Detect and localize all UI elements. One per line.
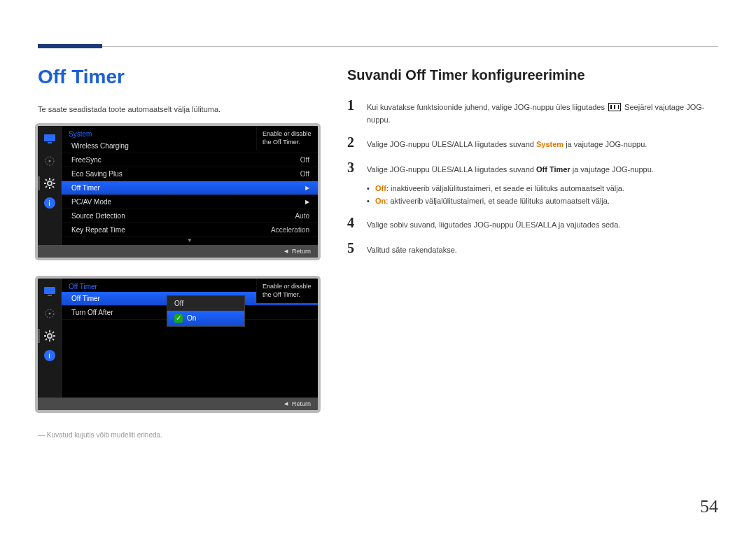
- osd-dropdown-popup: Off✓On: [167, 295, 245, 327]
- osd-sidebar: i: [38, 279, 62, 398]
- target-icon: [42, 305, 57, 322]
- svg-line-9: [46, 179, 47, 181]
- svg-line-25: [46, 339, 47, 340]
- osd-main-panel: System Wireless ChargingOffFreeSyncOffEc…: [62, 126, 318, 245]
- back-triangle-icon: ◀: [284, 248, 288, 254]
- step-4: 4 Valige sobiv suvand, liigutades JOG-nu…: [347, 215, 718, 232]
- svg-line-11: [52, 179, 54, 181]
- step-body: Valige JOG-nuppu ÜLES/ALLA liigutades su…: [367, 139, 718, 151]
- monitor-icon: [42, 130, 57, 147]
- osd-hint: Enable or disable the Off Timer.: [256, 126, 318, 150]
- svg-rect-1: [48, 142, 52, 143]
- header-accent: [38, 44, 102, 48]
- option-bullets: Off: inaktiveerib väljalülitustaimeri, e…: [367, 184, 718, 205]
- step-5: 5 Valitud säte rakendatakse.: [347, 240, 718, 257]
- bullet-text: : aktiveerib väljalülitustaimeri, et sea…: [386, 197, 610, 205]
- osd-menu-row: FreeSyncOff: [62, 153, 318, 167]
- page-title: Off Timer: [38, 66, 318, 88]
- step-number: 1: [347, 97, 358, 113]
- caption-note: Kuvatud kujutis võib mudeliti erineda.: [38, 431, 318, 439]
- osd-row-value: Off: [300, 156, 309, 164]
- step-text-post: ja vajutage JOG-nuppu.: [570, 165, 654, 174]
- bullet-text: : inaktiveerib väljalülitustaimeri, et s…: [386, 184, 624, 192]
- return-label: Return: [292, 400, 311, 407]
- scroll-down-caret-icon: ▼: [187, 237, 192, 244]
- keyword-system: System: [536, 140, 564, 148]
- step-number: 3: [347, 160, 358, 176]
- osd-menu-row: Eco Saving PlusOff: [62, 167, 318, 181]
- chevron-right-icon: ▶: [305, 199, 309, 205]
- step-text-pre: Kui kuvatakse funktsioonide juhend, vali…: [367, 103, 607, 111]
- osd-hint-line1: Enable or disable: [262, 130, 312, 137]
- back-triangle-icon: ◀: [284, 401, 288, 407]
- step-body: Kui kuvatakse funktsioonide juhend, vali…: [367, 101, 718, 126]
- step-number: 2: [347, 134, 358, 150]
- osd-menu-row: Off Timer▶: [62, 181, 318, 195]
- osd-row-label: FreeSync: [71, 156, 102, 164]
- svg-line-22: [46, 332, 47, 333]
- header-rule: [102, 46, 718, 66]
- osd-offtimer-screenshot: i Off Timer Off TimerOffTurn Off After O…: [38, 279, 318, 410]
- step-text-pre: Valige JOG-nuppu ÜLES/ALLA liigutades su…: [367, 165, 536, 174]
- osd-row-label: Source Detection: [71, 212, 125, 220]
- step-text-post: ja vajutage JOG-nuppu.: [564, 140, 647, 148]
- step-number: 4: [347, 215, 358, 231]
- svg-point-17: [48, 334, 52, 338]
- svg-rect-0: [44, 134, 55, 141]
- section-heading: Suvandi Off Timer konfigureerimine: [347, 67, 718, 83]
- gear-icon: [42, 328, 57, 344]
- osd-hint-line1: Enable or disable: [262, 283, 312, 290]
- monitor-icon: [42, 283, 57, 300]
- osd-footer: ◀ Return: [38, 245, 318, 258]
- svg-line-23: [52, 339, 54, 340]
- osd-hint: Enable or disable the Off Timer.: [256, 279, 318, 303]
- intro-text: Te saate seadistada toote automaatselt v…: [38, 105, 318, 113]
- osd-hint-line2: the Off Timer.: [262, 291, 300, 298]
- step-3: 3 Valige JOG-nuppu ÜLES/ALLA liigutades …: [347, 160, 718, 176]
- step-number: 5: [347, 240, 358, 256]
- osd-row-value: Acceleration: [271, 226, 309, 234]
- osd-row-label: Off Timer: [71, 295, 100, 302]
- step-1: 1 Kui kuvatakse funktsioonide juhend, va…: [347, 97, 718, 126]
- osd-row-label: Key Repeat Time: [71, 226, 125, 234]
- svg-point-16: [48, 313, 50, 315]
- osd-main-panel: Off Timer Off TimerOffTurn Off After Off…: [62, 279, 318, 398]
- check-icon: ✓: [174, 314, 183, 323]
- osd-row-label: PC/AV Mode: [71, 198, 111, 206]
- osd-hint-line2: the Off Timer.: [262, 139, 300, 146]
- step-text-pre: Valige JOG-nuppu ÜLES/ALLA liigutades su…: [367, 140, 536, 148]
- svg-point-4: [48, 181, 52, 185]
- osd-row-value: Auto: [295, 212, 309, 220]
- osd-dropdown-option: Off: [167, 296, 244, 311]
- keyword-on: On: [375, 197, 386, 205]
- page-number: 54: [700, 496, 718, 517]
- return-label: Return: [292, 248, 311, 255]
- step-body: Valitud säte rakendatakse.: [367, 244, 718, 257]
- svg-line-10: [52, 186, 54, 188]
- osd-row-label: Turn Off After: [71, 309, 113, 316]
- osd-row-label: Off Timer: [71, 184, 100, 192]
- step-body: Valige JOG-nuppu ÜLES/ALLA liigutades su…: [367, 164, 718, 176]
- target-icon: [42, 153, 57, 169]
- osd-row-label: Eco Saving Plus: [71, 170, 122, 178]
- step-body: Valige sobiv suvand, liigutades JOG-nupp…: [367, 219, 718, 232]
- info-icon: i: [44, 350, 55, 361]
- svg-point-3: [48, 160, 50, 162]
- osd-menu-row: Key Repeat TimeAcceleration: [62, 223, 318, 237]
- chevron-right-icon: ▶: [305, 185, 309, 191]
- osd-footer: ◀ Return: [38, 398, 318, 410]
- svg-rect-13: [44, 287, 55, 294]
- option-label: On: [187, 314, 196, 322]
- svg-line-12: [46, 186, 47, 188]
- gear-icon: [42, 175, 57, 192]
- bullet-on: On: aktiveerib väljalülitustaimeri, et s…: [367, 197, 718, 205]
- bullet-off: Off: inaktiveerib väljalülitustaimeri, e…: [367, 184, 718, 192]
- osd-dropdown-option: ✓On: [167, 311, 244, 326]
- keyword-off: Off: [375, 184, 386, 192]
- svg-rect-14: [48, 295, 52, 296]
- osd-row-label: Wireless Charging: [71, 142, 129, 150]
- step-2: 2 Valige JOG-nuppu ÜLES/ALLA liigutades …: [347, 134, 718, 151]
- osd-menu-row: Source DetectionAuto: [62, 209, 318, 223]
- osd-system-screenshot: i System Wireless ChargingOffFreeSyncOff…: [38, 126, 318, 258]
- osd-sidebar: i: [38, 126, 62, 245]
